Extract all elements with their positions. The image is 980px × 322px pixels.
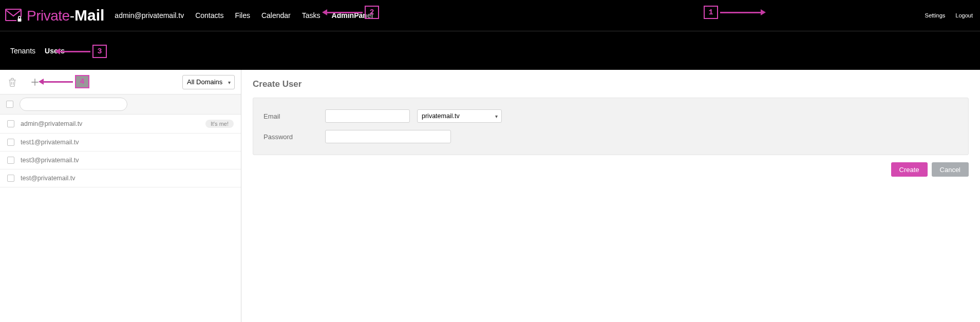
user-email: test1@privatemail.tv — [21, 139, 234, 146]
select-all-checkbox[interactable] — [6, 101, 13, 108]
user-checkbox[interactable] — [7, 157, 14, 164]
plus-icon — [30, 77, 40, 87]
trash-icon — [7, 77, 17, 87]
nav-settings[interactable]: Settings — [925, 12, 946, 18]
nav-user-email[interactable]: admin@privatemail.tv — [115, 11, 184, 20]
password-field[interactable] — [325, 130, 451, 143]
domain-filter-select[interactable]: All Domains — [182, 75, 235, 89]
user-list: admin@privatemail.tv It's me! test1@priv… — [0, 115, 241, 187]
svg-rect-2 — [18, 18, 22, 22]
sub-nav: Tenants Users — [0, 31, 980, 70]
main-area: All Domains admin@privatemail.tv It's — [0, 70, 980, 322]
user-checkbox[interactable] — [7, 139, 14, 146]
page-title: Create User — [253, 79, 969, 89]
user-row[interactable]: test3@privatemail.tv — [0, 151, 241, 169]
nav-logout[interactable]: Logout — [955, 12, 973, 18]
user-checkbox[interactable] — [7, 175, 14, 182]
main-nav: admin@privatemail.tv Contacts Files Cale… — [115, 11, 373, 20]
users-sidebar: All Domains admin@privatemail.tv It's — [0, 70, 241, 322]
create-button[interactable]: Create — [891, 162, 928, 177]
user-email: test@privatemail.tv — [21, 175, 234, 182]
topbar: Private-Mail admin@privatemail.tv Contac… — [0, 0, 980, 31]
delete-user-button[interactable] — [6, 76, 18, 88]
search-input[interactable] — [20, 98, 127, 111]
sidebar-toolbar: All Domains — [0, 70, 241, 94]
user-row[interactable]: test1@privatemail.tv — [0, 134, 241, 151]
email-domain-select[interactable]: privatemail.tv — [417, 109, 502, 123]
nav-contacts[interactable]: Contacts — [195, 11, 223, 20]
logo-text-private: Private — [27, 8, 70, 24]
logo-text-mail: Mail — [74, 7, 104, 24]
subnav-tenants[interactable]: Tenants — [10, 47, 35, 55]
nav-tasks[interactable]: Tasks — [302, 11, 321, 20]
email-field[interactable] — [325, 109, 410, 123]
mail-lock-icon — [5, 8, 24, 23]
its-me-badge: It's me! — [205, 120, 234, 128]
logo: Private-Mail — [5, 7, 104, 24]
cancel-button[interactable]: Cancel — [932, 162, 969, 177]
search-row — [0, 94, 241, 115]
nav-admin-panel[interactable]: AdminPanel — [332, 11, 373, 20]
email-label: Email — [263, 112, 325, 120]
logo-text-dash: - — [70, 8, 74, 24]
form-buttons: Create Cancel — [253, 162, 969, 177]
user-email: test3@privatemail.tv — [21, 157, 234, 164]
user-email: admin@privatemail.tv — [21, 120, 199, 127]
content-area: Create User Email privatemail.tv Passwor… — [241, 70, 980, 322]
add-user-button[interactable] — [29, 76, 41, 88]
subnav-users[interactable]: Users — [45, 47, 65, 55]
nav-files[interactable]: Files — [235, 11, 250, 20]
user-checkbox[interactable] — [7, 120, 14, 127]
create-user-form: Email privatemail.tv Password — [253, 98, 969, 155]
user-row[interactable]: test@privatemail.tv — [0, 169, 241, 187]
user-row[interactable]: admin@privatemail.tv It's me! — [0, 115, 241, 134]
password-label: Password — [263, 133, 325, 141]
right-nav: Settings Logout — [925, 12, 973, 18]
nav-calendar[interactable]: Calendar — [261, 11, 291, 20]
